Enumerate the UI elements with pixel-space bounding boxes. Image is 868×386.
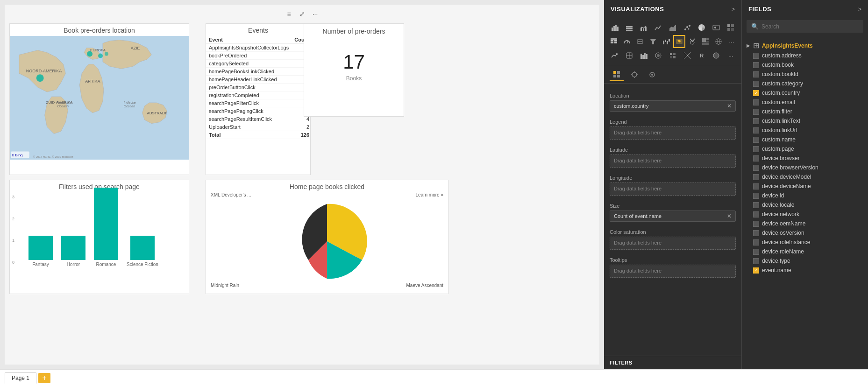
r-icon[interactable]: R <box>695 49 709 62</box>
legend-drop[interactable]: Drag data fields here <box>610 126 736 140</box>
more-icon[interactable]: ··· <box>310 8 321 20</box>
field-checkbox[interactable] <box>753 99 759 105</box>
field-item[interactable]: device.deviceName <box>747 182 863 191</box>
fields-tab[interactable] <box>610 68 624 81</box>
field-checkbox[interactable] <box>753 211 759 218</box>
field-item[interactable]: custom.book <box>747 60 863 70</box>
custom5-icon[interactable] <box>666 49 679 62</box>
treemap-icon[interactable] <box>699 35 711 48</box>
expand-icon[interactable]: ⤢ <box>297 8 308 20</box>
custom2-icon[interactable] <box>622 49 636 62</box>
line-chart-icon[interactable] <box>651 21 665 34</box>
field-item[interactable]: device.roleName <box>747 247 863 256</box>
field-item[interactable]: custom.category <box>747 79 863 88</box>
field-item[interactable]: device.network <box>747 210 863 219</box>
fields-panel-chevron[interactable]: > <box>858 6 861 13</box>
field-item[interactable]: device.browser <box>747 154 863 163</box>
bar-chart-icon[interactable] <box>608 21 621 34</box>
more-icon-row3[interactable]: ··· <box>724 49 738 62</box>
location-clear-btn[interactable]: ✕ <box>727 103 732 109</box>
pie-icon[interactable] <box>695 21 709 34</box>
field-item[interactable]: custom.linkText <box>747 116 863 126</box>
field-checkbox[interactable] <box>753 109 759 115</box>
field-item[interactable]: device.deviceModel <box>747 172 863 182</box>
field-item[interactable]: custom.filter <box>747 107 863 116</box>
field-item[interactable]: custom.address <box>747 51 863 60</box>
field-checkbox[interactable] <box>753 193 759 199</box>
field-checkbox[interactable] <box>753 71 759 77</box>
page-1-tab[interactable]: Page 1 <box>5 372 36 384</box>
field-checkbox[interactable] <box>753 146 759 152</box>
card-icon[interactable] <box>634 35 646 48</box>
field-item[interactable]: custom.name <box>747 135 863 144</box>
field-item[interactable]: device.id <box>747 191 863 200</box>
field-item[interactable]: device.osVersion <box>747 228 863 238</box>
matrix-icon[interactable] <box>724 21 738 34</box>
field-checkbox[interactable] <box>753 165 759 171</box>
field-item[interactable]: device.browserVersion <box>747 163 863 172</box>
field-checkbox[interactable] <box>753 258 759 264</box>
analytics-tab[interactable] <box>645 68 659 81</box>
area-chart-icon[interactable] <box>666 21 679 34</box>
viz-panel-chevron[interactable]: > <box>732 6 735 13</box>
field-checkbox[interactable] <box>753 249 759 255</box>
field-checkbox[interactable] <box>753 202 759 208</box>
field-item[interactable]: device.locale <box>747 200 863 210</box>
field-checkbox[interactable] <box>753 81 759 87</box>
line-bar-icon[interactable] <box>637 21 650 34</box>
field-item[interactable]: ✓custom.country <box>747 88 863 98</box>
color-saturation-drop[interactable]: Drag data fields here <box>610 237 736 250</box>
waterfall-icon[interactable] <box>660 35 672 48</box>
field-checkbox[interactable] <box>753 183 759 189</box>
format-tab[interactable] <box>627 68 641 81</box>
field-checkbox[interactable] <box>753 239 759 246</box>
funnel-icon[interactable] <box>647 35 659 48</box>
map-icon[interactable] <box>710 21 723 34</box>
globe2-icon[interactable] <box>710 49 723 62</box>
field-checkbox[interactable]: ✓ <box>753 90 759 96</box>
homepage-widget: Home page books clicked XML Developer's … <box>206 180 448 294</box>
globe-icon[interactable] <box>712 35 725 48</box>
field-item[interactable]: device.type <box>747 256 863 266</box>
size-field[interactable]: Count of event.name ✕ <box>610 211 736 222</box>
latitude-drop[interactable]: Drag data fields here <box>610 154 736 168</box>
table-icon[interactable] <box>608 35 620 48</box>
custom4-icon[interactable] <box>651 49 665 62</box>
field-checkbox[interactable] <box>753 174 759 180</box>
field-item[interactable]: ✓event.name <box>747 266 863 275</box>
ribbon-icon[interactable] <box>686 35 698 48</box>
tooltips-drop[interactable]: Drag data fields here <box>610 265 736 278</box>
search-input[interactable] <box>761 23 859 30</box>
field-checkbox[interactable] <box>753 62 759 68</box>
column-chart-icon[interactable] <box>622 21 636 34</box>
map-widget[interactable]: Book pre-orders location <box>9 23 189 175</box>
field-checkbox[interactable] <box>753 53 759 59</box>
size-clear-btn[interactable]: ✕ <box>727 213 732 219</box>
field-checkbox[interactable] <box>753 230 759 236</box>
field-checkbox[interactable]: ✓ <box>753 267 759 274</box>
field-item[interactable]: device.oemName <box>747 219 863 228</box>
custom3-icon[interactable] <box>637 49 650 62</box>
location-field[interactable]: custom.country ✕ <box>610 100 736 112</box>
custom6-icon[interactable] <box>681 49 694 62</box>
field-item[interactable]: custom.linkUrl <box>747 126 863 135</box>
add-page-button[interactable]: + <box>38 373 50 383</box>
gauge-icon[interactable] <box>621 35 633 48</box>
search-box[interactable]: 🔍 <box>747 20 863 33</box>
filled-map-icon[interactable] <box>673 35 685 48</box>
fields-group-header[interactable]: ▶⊞AppInsightsEvents <box>747 40 863 51</box>
more-icon-row2[interactable]: ··· <box>726 35 738 48</box>
scatter-icon[interactable] <box>681 21 694 34</box>
field-checkbox[interactable] <box>753 118 759 124</box>
field-item[interactable]: custom.bookId <box>747 70 863 79</box>
field-item[interactable]: device.roleInstance <box>747 238 863 247</box>
field-checkbox[interactable] <box>753 221 759 227</box>
menu-icon[interactable]: ≡ <box>284 8 295 20</box>
field-checkbox[interactable] <box>753 155 759 161</box>
field-checkbox[interactable] <box>753 137 759 143</box>
field-item[interactable]: custom.email <box>747 98 863 107</box>
longitude-drop[interactable]: Drag data fields here <box>610 182 736 196</box>
field-item[interactable]: custom.page <box>747 144 863 154</box>
field-checkbox[interactable] <box>753 127 759 133</box>
kpi-icon[interactable] <box>608 49 621 62</box>
